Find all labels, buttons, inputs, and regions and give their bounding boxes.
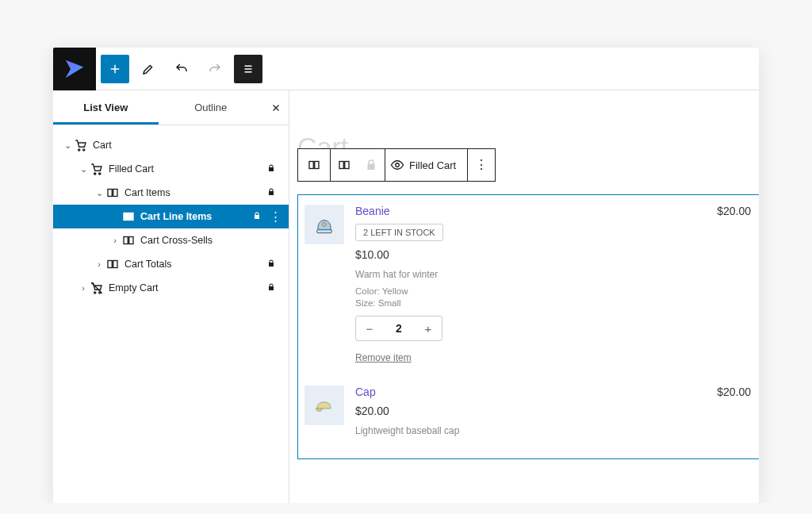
undo-button[interactable] — [167, 55, 196, 83]
product-thumbnail — [304, 386, 344, 425]
tree-item-cart[interactable]: ⌄ Cart — [53, 133, 289, 157]
editor-window: List View Outline ⌄ Cart ⌄ — [53, 48, 759, 503]
line-total: $20.00 — [717, 205, 751, 217]
remove-item-link[interactable]: Remove item — [355, 352, 412, 363]
editor-body: List View Outline ⌄ Cart ⌄ — [53, 90, 759, 503]
svg-point-20 — [323, 223, 327, 227]
svg-point-2 — [94, 173, 96, 175]
svg-rect-15 — [315, 162, 319, 169]
redo-button[interactable] — [201, 55, 229, 83]
cart-icon — [90, 162, 104, 176]
svg-point-0 — [79, 149, 80, 151]
block-toolbar-label: Filled Cart — [409, 159, 456, 171]
svg-rect-5 — [113, 190, 117, 197]
block-more-options[interactable]: ⋮ — [468, 149, 495, 181]
lock-icon — [266, 187, 281, 199]
svg-rect-11 — [113, 261, 117, 268]
unit-price: $20.00 — [355, 405, 751, 417]
cart-item: Cap $20.00 $20.00 Lightweight baseball c… — [304, 386, 751, 443]
sidebar-tabs: List View Outline — [53, 90, 289, 125]
lock-icon — [252, 211, 266, 223]
qty-increase-button[interactable]: + — [415, 316, 442, 340]
block-tree: ⌄ Cart ⌄ Filled Cart — [53, 125, 289, 300]
app-logo[interactable] — [53, 48, 96, 90]
svg-point-18 — [396, 163, 400, 167]
tree-item-cart-items[interactable]: ⌄ Cart Items — [53, 181, 289, 205]
chevron-down-icon: ⌄ — [61, 140, 74, 151]
block-navigation-button[interactable] — [234, 55, 262, 83]
beanie-icon — [312, 212, 337, 237]
tree-item-cart-line-items[interactable]: Cart Line Items ⋮ — [53, 205, 289, 228]
tree-item-cart-totals[interactable]: › Cart Totals — [53, 252, 289, 276]
chevron-right-icon: › — [93, 259, 105, 269]
quantity-stepper[interactable]: − 2 + — [355, 316, 442, 341]
svg-rect-10 — [108, 261, 112, 268]
unit-price: $10.00 — [355, 248, 751, 261]
columns-icon — [105, 257, 120, 271]
parent-block-button[interactable] — [331, 149, 358, 181]
product-description: Warm hat for winter — [355, 269, 751, 280]
list-lines-icon — [241, 62, 255, 76]
tree-label: Empty Cart — [109, 282, 266, 293]
qty-decrease-button[interactable]: − — [356, 316, 383, 340]
editor-canvas: Cart F — [289, 90, 759, 503]
tree-item-empty-cart[interactable]: › Empty Cart — [53, 276, 289, 300]
chevron-down-icon: ⌄ — [93, 188, 105, 198]
cart-item: Beanie $20.00 2 LEFT IN STOCK $10.00 War… — [304, 205, 751, 363]
qty-value: 2 — [383, 322, 415, 335]
add-block-button[interactable] — [101, 55, 129, 83]
tree-label: Cart Line Items — [140, 211, 252, 222]
paper-plane-icon — [63, 57, 86, 81]
eye-icon — [390, 158, 404, 172]
tab-outline[interactable]: Outline — [159, 90, 264, 125]
cart-line-items-block[interactable]: Beanie $20.00 2 LEFT IN STOCK $10.00 War… — [297, 194, 759, 459]
block-toolbar: Filled Cart ⋮ — [297, 148, 759, 182]
svg-point-12 — [94, 292, 96, 293]
edit-button[interactable] — [134, 55, 163, 83]
cart-off-icon — [90, 281, 104, 295]
svg-rect-14 — [309, 162, 313, 169]
product-meta: Size: Small — [355, 298, 751, 308]
locked-indicator — [358, 149, 385, 181]
tab-listview[interactable]: List View — [53, 90, 159, 125]
product-name[interactable]: Cap — [355, 386, 376, 398]
filled-cart-context-button[interactable]: Filled Cart — [385, 149, 467, 181]
tree-label: Cart — [93, 140, 281, 151]
columns-icon — [121, 209, 136, 224]
close-sidebar-button[interactable] — [263, 90, 289, 125]
chevron-right-icon: › — [77, 283, 90, 293]
product-description: Lightweight baseball cap — [355, 425, 751, 436]
tree-item-filled-cart[interactable]: ⌄ Filled Cart — [53, 157, 289, 181]
svg-rect-8 — [124, 237, 128, 244]
block-type-button[interactable] — [298, 149, 330, 181]
plus-icon — [108, 62, 122, 76]
columns-icon — [337, 158, 351, 172]
svg-rect-6 — [124, 213, 128, 221]
lock-icon — [266, 163, 281, 175]
undo-icon — [174, 62, 189, 76]
cap-icon — [312, 393, 337, 418]
columns-icon — [307, 158, 321, 172]
lock-icon — [364, 158, 378, 172]
chevron-right-icon: › — [109, 236, 121, 245]
tree-item-cart-cross-sells[interactable]: › Cart Cross-Sells — [53, 228, 289, 252]
svg-rect-19 — [317, 230, 332, 233]
svg-point-1 — [83, 149, 85, 151]
product-name[interactable]: Beanie — [355, 205, 390, 217]
tree-label: Cart Totals — [124, 259, 266, 270]
top-toolbar — [53, 48, 759, 90]
cart-icon — [74, 138, 88, 152]
lock-icon — [266, 259, 281, 270]
svg-point-3 — [99, 173, 101, 175]
line-total: $20.00 — [717, 386, 751, 398]
product-thumbnail — [304, 205, 344, 244]
columns-icon — [105, 186, 120, 200]
tree-label: Cart Cross-Sells — [140, 235, 281, 246]
svg-rect-4 — [108, 190, 112, 197]
chevron-down-icon: ⌄ — [77, 164, 90, 175]
svg-rect-9 — [129, 237, 133, 244]
sidebar: List View Outline ⌄ Cart ⌄ — [53, 90, 289, 503]
svg-rect-16 — [339, 162, 343, 169]
more-options-icon[interactable]: ⋮ — [270, 209, 281, 224]
columns-icon — [121, 233, 136, 247]
